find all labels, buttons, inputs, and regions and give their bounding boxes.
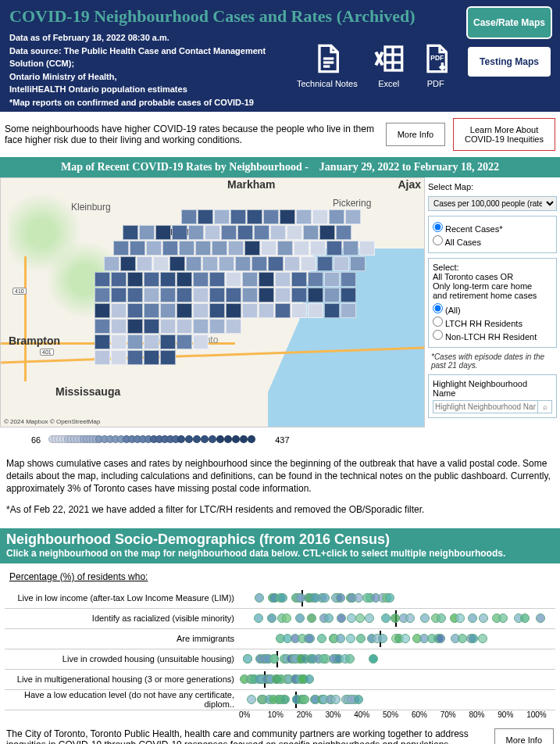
map-canvas[interactable]: 410 401 401 Kleinburg Vaughan Brampton M… bbox=[0, 177, 425, 427]
search-icon[interactable]: ⌕ bbox=[538, 400, 552, 413]
download-row: Technical Notes Excel PDF PDF bbox=[297, 43, 451, 88]
header: COVID-19 Neighbourhood Cases and Rates (… bbox=[0, 0, 560, 112]
map-banner: Map of Recent COVID-19 Rates by Neighbou… bbox=[0, 157, 560, 177]
socio-row: Live in multigenerational housing (3 or … bbox=[5, 670, 555, 690]
socio-row: Identify as racialized (visible minority… bbox=[5, 609, 555, 629]
pdf-icon: PDF bbox=[420, 43, 451, 74]
map-row: 410 401 401 Kleinburg Vaughan Brampton M… bbox=[0, 177, 560, 427]
data-source-3: IntelliHEALTH Ontario population estimat… bbox=[9, 83, 291, 96]
socio-axis: 0%10%20%30%40%50%60%70%80%90%100% bbox=[239, 710, 555, 719]
socio-row-label: Are immigrants bbox=[5, 634, 239, 643]
road-label-401a: 401 bbox=[40, 349, 54, 356]
footer: The City of Toronto, Toronto Public Heal… bbox=[0, 722, 560, 744]
socio-row-dots[interactable] bbox=[239, 670, 555, 689]
data-source-1: Data source: The Public Health Case and … bbox=[9, 45, 291, 70]
map-controls: Select Map: Cases per 100,000 people (ra… bbox=[425, 177, 560, 427]
socio-row-dots[interactable] bbox=[239, 649, 555, 669]
highlight-box: Highlight Neighbourhood Name ⌕ bbox=[428, 374, 557, 418]
legend-max: 437 bbox=[275, 435, 289, 445]
footer-text: The City of Toronto, Toronto Public Heal… bbox=[6, 728, 487, 744]
socio-row-dots[interactable] bbox=[239, 609, 555, 628]
svg-text:PDF: PDF bbox=[430, 54, 444, 62]
socio-header: Neighbourhood Socio-Demographics (from 2… bbox=[0, 528, 560, 563]
radio-filter-all[interactable]: (All) bbox=[433, 303, 552, 315]
data-asof: Data as of February 18, 2022 08:30 a.m. bbox=[9, 31, 291, 45]
socio-subtitle: Click a neighbourhood on the map for nei… bbox=[6, 548, 554, 559]
label-brampton: Brampton bbox=[9, 334, 60, 347]
socio-chart-title: Percentage (%) of residents who: bbox=[5, 571, 555, 582]
socio-row-label: Identify as racialized (visible minority… bbox=[5, 613, 239, 623]
footer-more-info-button[interactable]: More Info bbox=[494, 728, 554, 744]
info-bar: Some neighbourhoods have higher COVID-19… bbox=[0, 112, 560, 157]
socio-row-label: Live in multigenerational housing (3 or … bbox=[5, 674, 239, 684]
map-tabs: Case/Rate Maps Testing Maps bbox=[466, 6, 552, 78]
radio-filter-ltch[interactable]: LTCH RH Residents bbox=[433, 317, 552, 328]
technical-notes-link[interactable]: Technical Notes bbox=[297, 43, 358, 88]
radio-recent-cases[interactable]: Recent Cases* bbox=[433, 222, 552, 234]
map-description: Map shows cumulative cases and rates by … bbox=[0, 452, 560, 528]
excel-link[interactable]: Excel bbox=[373, 43, 405, 88]
socio-row: Live in low income (after-tax Low Income… bbox=[5, 588, 555, 609]
data-source-2: Ontario Ministry of Health, bbox=[9, 70, 291, 84]
period-filter: Recent Cases* All Cases bbox=[428, 216, 557, 253]
tab-case-rate-maps[interactable]: Case/Rate Maps bbox=[466, 6, 552, 39]
map-credit: © 2024 Mapbox © OpenStreetMap bbox=[4, 418, 100, 425]
radio-all-cases[interactable]: All Cases bbox=[433, 235, 552, 247]
socio-row-dots[interactable] bbox=[239, 588, 555, 608]
header-meta: Data as of February 18, 2022 08:30 a.m. … bbox=[9, 31, 291, 109]
document-icon bbox=[312, 43, 343, 74]
socio-chart: Percentage (%) of residents who: Live in… bbox=[0, 563, 560, 722]
radio-filter-nonltch[interactable]: Non-LTCH RH Resident bbox=[433, 330, 552, 342]
socio-row-label: Live in low income (after-tax Low Income… bbox=[5, 593, 239, 603]
socio-row-dots[interactable] bbox=[239, 629, 555, 649]
more-info-button[interactable]: More Info bbox=[386, 123, 445, 146]
excel-icon bbox=[373, 43, 405, 74]
map-legend: 66 437 bbox=[0, 427, 560, 452]
map-note: *Map reports on confirmed and probable c… bbox=[9, 96, 291, 109]
label-pickering: Pickering bbox=[333, 198, 371, 209]
socio-row: Live in crowded housing (unsuitable hous… bbox=[5, 649, 555, 670]
info-text: Some neighbourhoods have higher COVID-19… bbox=[5, 123, 378, 145]
socio-row: Are immigrants bbox=[5, 629, 555, 649]
legend-min: 66 bbox=[31, 435, 41, 445]
socio-row: Have a low education level (do not have … bbox=[5, 690, 555, 710]
cases-note: *Cases with episode dates in the past 21… bbox=[428, 352, 557, 370]
tab-testing-maps[interactable]: Testing Maps bbox=[466, 45, 552, 78]
label-mississauga: Mississauga bbox=[55, 385, 120, 398]
learn-more-inequities-button[interactable]: Learn More About COVID-19 Inequities bbox=[453, 118, 555, 151]
pdf-link[interactable]: PDF PDF bbox=[420, 43, 451, 88]
ltch-filter: Select: All Toronto cases OR Only long-t… bbox=[428, 258, 557, 348]
select-map-label: Select Map: bbox=[428, 182, 557, 191]
socio-row-label: Have a low education level (do not have … bbox=[5, 690, 239, 709]
label-markham: Markham bbox=[227, 178, 275, 191]
highlight-input[interactable] bbox=[433, 400, 538, 413]
socio-title: Neighbourhood Socio-Demographics (from 2… bbox=[6, 531, 554, 548]
select-map-dropdown[interactable]: Cases per 100,000 people (rate) bbox=[428, 196, 557, 211]
road-label-410: 410 bbox=[12, 288, 27, 295]
socio-row-label: Live in crowded housing (unsuitable hous… bbox=[5, 654, 239, 664]
label-ajax: Ajax bbox=[398, 178, 421, 191]
socio-row-dots[interactable] bbox=[239, 690, 555, 710]
legend-scale bbox=[48, 434, 267, 446]
